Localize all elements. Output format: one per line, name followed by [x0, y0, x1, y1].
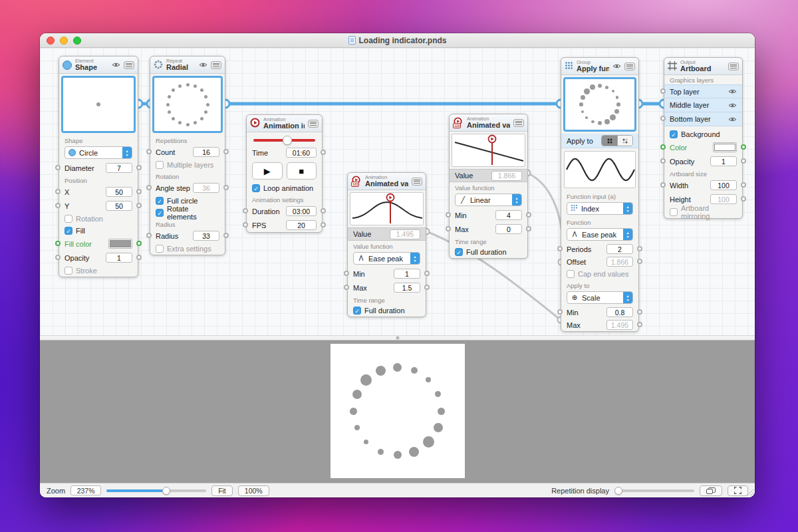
apply-to-segmented-control[interactable] [601, 135, 633, 146]
port[interactable] [637, 322, 642, 327]
node-menu-icon[interactable] [308, 120, 319, 128]
eye-icon[interactable] [728, 102, 737, 108]
node-animated-value-header[interactable]: 123 Animation Animated value [348, 173, 426, 190]
time-input[interactable]: 01:60 [286, 148, 317, 158]
zoom-value-input[interactable]: 237% [70, 485, 101, 495]
layer-row-middle[interactable]: Middle layer [664, 98, 742, 112]
node-animation-info[interactable]: Animation Animation info Time 01:60 ▶ ■ … [246, 114, 323, 233]
node-menu-icon[interactable] [412, 178, 422, 186]
node-menu-icon[interactable] [624, 63, 635, 70]
time-slider[interactable] [253, 139, 315, 142]
port[interactable] [637, 259, 642, 264]
port[interactable] [55, 255, 61, 260]
eye-icon[interactable] [612, 63, 621, 69]
play-button[interactable]: ▶ [252, 162, 283, 180]
full-circle-checkbox[interactable] [156, 197, 164, 205]
eye-icon[interactable] [728, 116, 737, 122]
node-menu-icon[interactable] [728, 63, 739, 70]
background-checkbox[interactable] [670, 130, 678, 138]
port[interactable] [741, 158, 746, 164]
render-preview-area[interactable] [40, 340, 755, 483]
node-radial-header[interactable]: Repeat Radial [150, 57, 225, 74]
stepper-icon[interactable]: ▲▼ [122, 147, 132, 158]
port[interactable] [223, 233, 229, 238]
port[interactable] [55, 165, 61, 170]
port[interactable] [136, 165, 142, 170]
port[interactable] [223, 149, 229, 154]
full-duration-checkbox[interactable] [455, 248, 463, 256]
port[interactable] [146, 185, 152, 190]
value-function-select[interactable]: ╱ Linear ▲▼ [455, 194, 522, 206]
rotate-elements-checkbox[interactable] [156, 209, 164, 217]
resize-grip-icon[interactable] [747, 489, 753, 496]
offset-input[interactable]: 1.866 [606, 257, 633, 267]
max-input[interactable]: 0 [495, 224, 522, 234]
max-input[interactable]: 1.495 [606, 320, 633, 330]
fps-input[interactable]: 20 [286, 220, 317, 230]
node-apply-function[interactable]: Group Apply function Apply to Function i… [561, 57, 639, 332]
node-canvas[interactable]: Element Shape Shape Circle ▲▼ Diameter 7 [40, 48, 755, 335]
node-radial[interactable]: Repeat Radial Repetitions Count 16 Multi… [150, 56, 225, 255]
fullscreen-button[interactable] [73, 37, 81, 45]
value-function-select[interactable]: Λ Ease peak ▲▼ [353, 252, 420, 265]
close-button[interactable] [47, 37, 55, 45]
port[interactable] [321, 222, 326, 227]
port[interactable] [741, 182, 746, 188]
node-shape-header[interactable]: Element Shape [59, 57, 138, 74]
port[interactable] [660, 144, 666, 150]
extra-settings-checkbox[interactable] [156, 245, 164, 253]
divider-handle-icon[interactable] [396, 336, 399, 340]
node-shape[interactable]: Element Shape Shape Circle ▲▼ Diameter 7 [59, 56, 138, 277]
node-animated-value-peak[interactable]: 123 Animation Animated value Value 1.495… [347, 172, 426, 317]
diameter-input[interactable]: 7 [106, 163, 132, 173]
function-select[interactable]: Λ Ease peak ▲▼ [567, 228, 633, 241]
port[interactable] [660, 182, 666, 188]
port[interactable] [344, 285, 349, 290]
max-input[interactable]: 1.5 [394, 283, 420, 293]
opacity-input[interactable]: 1 [106, 253, 132, 263]
layer-row-bottom[interactable]: Bottom layer [664, 112, 742, 126]
min-input[interactable]: 1 [394, 269, 420, 279]
port[interactable] [136, 203, 142, 208]
repetition-display-slider[interactable] [614, 489, 694, 492]
node-menu-icon[interactable] [513, 119, 524, 127]
rotation-checkbox[interactable] [65, 215, 72, 223]
port[interactable] [637, 309, 642, 315]
time-slider-knob[interactable] [283, 136, 292, 145]
eye-icon[interactable] [728, 88, 737, 94]
titlebar[interactable]: Loading indicator.pnds [40, 33, 755, 48]
port[interactable] [321, 150, 326, 155]
hundred-percent-button[interactable]: 100% [238, 485, 269, 496]
function-input-select[interactable]: Index ▲▼ [567, 202, 633, 215]
loop-animation-checkbox[interactable] [252, 184, 260, 192]
port[interactable] [557, 246, 563, 251]
stepper-icon[interactable]: ▲▼ [623, 203, 632, 214]
port[interactable] [660, 88, 666, 94]
port[interactable] [55, 203, 61, 208]
shape-select[interactable]: Circle ▲▼ [65, 146, 132, 159]
port[interactable] [424, 271, 430, 276]
y-input[interactable]: 50 [106, 201, 132, 211]
height-input[interactable]: 100 [710, 194, 737, 204]
port[interactable] [741, 196, 746, 201]
opacity-input[interactable]: 1 [710, 156, 737, 166]
fullscreen-preview-button[interactable] [728, 485, 748, 496]
fill-color-swatch[interactable] [108, 239, 132, 249]
node-apply-function-header[interactable]: Group Apply function [561, 58, 638, 75]
port[interactable] [243, 208, 248, 213]
port[interactable] [344, 271, 349, 276]
node-artboard[interactable]: Output Artboard Graphics layers Top laye… [664, 57, 743, 219]
layer-row-top[interactable]: Top layer [664, 84, 742, 98]
port[interactable] [55, 241, 61, 246]
apply-some-segment[interactable] [617, 136, 632, 146]
radius-input[interactable]: 33 [193, 231, 219, 241]
node-artboard-header[interactable]: Output Artboard [664, 58, 742, 75]
port[interactable] [136, 255, 142, 260]
port[interactable] [526, 226, 531, 231]
multiple-layers-checkbox[interactable] [156, 161, 164, 169]
node-animated-value-linear[interactable]: 123 Animation Animated value Value 1.866… [449, 114, 528, 259]
repetition-windows-button[interactable] [700, 485, 722, 496]
port[interactable] [446, 212, 451, 217]
port[interactable] [660, 116, 666, 121]
x-input[interactable]: 50 [106, 187, 132, 197]
